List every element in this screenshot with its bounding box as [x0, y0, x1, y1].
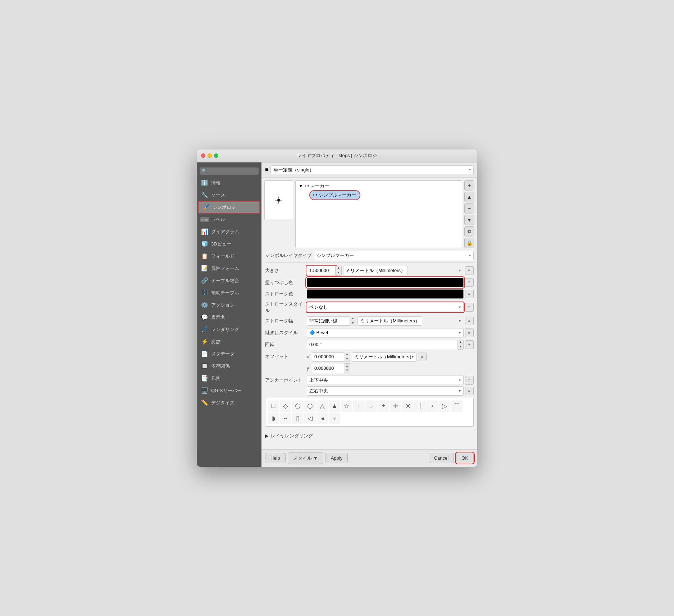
- sidebar-item-actions[interactable]: ⚙️ アクション: [197, 299, 261, 311]
- rotation-down-button[interactable]: ▼: [458, 345, 464, 349]
- sidebar-item-legend[interactable]: 📑 凡例: [197, 372, 261, 385]
- shape-filled-arc[interactable]: ◗: [268, 413, 279, 424]
- shape-arrow-up[interactable]: ↑: [353, 400, 365, 412]
- size-expr-button[interactable]: ≡: [465, 266, 474, 275]
- sidebar-item-source[interactable]: 🔧 ソース: [197, 189, 261, 201]
- sidebar-item-qgisserver[interactable]: 🖥️ QGISサーバー: [197, 385, 261, 397]
- anchor-v-select[interactable]: 上下中央: [307, 376, 464, 385]
- sidebar-item-digitize[interactable]: ✏️ デジタイズ: [197, 397, 261, 409]
- fill-color-swatch[interactable]: [307, 278, 464, 287]
- shape-hexagon[interactable]: ⬡: [304, 400, 316, 412]
- search-input[interactable]: [208, 169, 256, 174]
- shape-pentagon[interactable]: ⬠: [292, 400, 304, 412]
- fill-expr-button[interactable]: ≡: [465, 278, 474, 287]
- sidebar-item-metadata[interactable]: 📄 メタデータ: [197, 348, 261, 360]
- shape-triangle-filled[interactable]: ▲: [329, 400, 340, 412]
- tree-lock-button[interactable]: 🔒: [464, 238, 474, 248]
- layer-type-select[interactable]: シンプルマーカー: [314, 251, 474, 260]
- size-up-button[interactable]: ▲: [336, 266, 341, 271]
- sidebar-item-rendering[interactable]: 🖊️ レンダリング: [197, 323, 261, 336]
- sidebar-item-auxtable[interactable]: 🗄️ 補助テーブル: [197, 287, 261, 299]
- stroke-width-up-button[interactable]: ▲: [350, 316, 356, 321]
- minimize-button[interactable]: [208, 153, 212, 158]
- anchor-v-expr-button[interactable]: ≡: [465, 376, 474, 385]
- anchor-h-expr-button[interactable]: ≡: [465, 387, 474, 395]
- size-input[interactable]: [307, 266, 336, 275]
- sidebar-item-diagram[interactable]: 📊 ダイアグラム: [197, 226, 261, 238]
- stroke-color-expr-button[interactable]: ≡: [465, 290, 474, 298]
- stroke-width-spin-wrap: ▲ ▼: [307, 316, 356, 326]
- tree-up-button[interactable]: ▲: [464, 192, 474, 202]
- shape-rect-v[interactable]: ▯: [292, 413, 304, 424]
- help-button[interactable]: Help: [265, 453, 286, 463]
- symbol-type-select[interactable]: 単一定義（single）: [270, 165, 474, 174]
- shape-arrow-r[interactable]: ›: [427, 400, 438, 412]
- sidebar-item-info[interactable]: ℹ️ 情報: [197, 177, 261, 189]
- stroke-width-input[interactable]: [307, 316, 350, 326]
- offset-y-up-button[interactable]: ▲: [344, 364, 350, 368]
- ok-button[interactable]: OK: [456, 453, 474, 463]
- tree-marker-item[interactable]: ▼ • • マーカー: [297, 182, 460, 190]
- shape-tri-right2[interactable]: ◂: [316, 413, 328, 424]
- stroke-color-swatch[interactable]: [307, 289, 464, 299]
- shape-notch[interactable]: ⌣: [280, 413, 291, 424]
- offset-x-up-button[interactable]: ▲: [344, 352, 350, 357]
- shape-circle[interactable]: ○: [365, 400, 377, 412]
- rotation-expr-button[interactable]: ≡: [465, 340, 474, 349]
- shape-triangle[interactable]: △: [316, 400, 328, 412]
- shape-cross[interactable]: +: [378, 400, 389, 412]
- shape-diamond[interactable]: ◇: [280, 400, 291, 412]
- size-down-button[interactable]: ▼: [336, 271, 341, 275]
- search-wrap[interactable]: 🔍: [200, 167, 259, 175]
- apply-button[interactable]: Apply: [325, 453, 348, 463]
- join-style-select[interactable]: 🔷 Bevel: [307, 328, 464, 337]
- shape-tri-right[interactable]: ◁: [304, 413, 316, 424]
- rendering-header[interactable]: ▶ レイヤレンダリング: [265, 431, 474, 441]
- sidebar-item-joins[interactable]: 🔗 テーブル結合: [197, 275, 261, 287]
- size-unit-select[interactable]: ミリメートル（Millimeters）: [343, 266, 408, 275]
- tree-down-button[interactable]: ▼: [464, 215, 474, 225]
- offset-y-input[interactable]: [312, 364, 344, 373]
- style-button[interactable]: スタイル ▼: [288, 452, 323, 464]
- close-button[interactable]: [201, 153, 205, 158]
- offset-y-row: y ▲ ▼: [307, 363, 350, 373]
- shape-star[interactable]: ☆: [341, 400, 352, 412]
- offset-unit-select[interactable]: ミリメートル（Millimeters）: [352, 352, 416, 362]
- sidebar-label-3dview: 3Dビュー: [211, 241, 231, 247]
- stroke-width-down-button[interactable]: ▼: [350, 321, 356, 326]
- shape-tri-right3[interactable]: ◃: [329, 413, 340, 424]
- shape-crosshair[interactable]: ✛: [390, 400, 401, 412]
- join-style-expr-button[interactable]: ≡: [465, 328, 474, 337]
- offset-x-down-button[interactable]: ▼: [344, 357, 350, 362]
- stroke-style-select[interactable]: ペンなし: [307, 303, 464, 312]
- sidebar-item-fields[interactable]: 📋 フィールド: [197, 250, 261, 262]
- stroke-width-expr-button[interactable]: ≡: [465, 317, 474, 325]
- offset-expr-button[interactable]: ≡: [418, 353, 427, 361]
- shape-line-v[interactable]: |: [414, 400, 426, 412]
- tree-add-button[interactable]: +: [464, 180, 474, 190]
- rendering-expand-icon: ▶: [265, 433, 269, 438]
- tree-copy-button[interactable]: ⧉: [464, 226, 474, 236]
- shape-x[interactable]: ✕: [402, 400, 414, 412]
- sidebar-item-symbology[interactable]: 🖌️ シンボロジ: [198, 201, 260, 213]
- sidebar-item-dependencies[interactable]: 🔲 依存関係: [197, 360, 261, 372]
- offset-x-input[interactable]: [312, 352, 344, 362]
- rotation-input[interactable]: [307, 340, 458, 349]
- tree-remove-button[interactable]: −: [464, 203, 474, 213]
- sidebar-item-attrform[interactable]: 📝 属性フォーム: [197, 262, 261, 275]
- stroke-width-unit-select[interactable]: ミリメートル（Millimeters）: [358, 316, 422, 326]
- rotation-up-button[interactable]: ▲: [458, 340, 464, 345]
- cancel-button[interactable]: Cancel: [429, 453, 454, 463]
- sidebar-item-labels[interactable]: abc ラベル: [197, 213, 261, 226]
- sidebar-item-display[interactable]: 💬 表示名: [197, 311, 261, 323]
- anchor-h-select[interactable]: 左右中央: [307, 386, 464, 396]
- shape-arc[interactable]: ⌒: [451, 400, 463, 412]
- offset-y-down-button[interactable]: ▼: [344, 368, 350, 373]
- stroke-style-expr-button[interactable]: ≡: [465, 303, 474, 312]
- shape-arrow-r2[interactable]: ▷: [439, 400, 450, 412]
- maximize-button[interactable]: [214, 153, 218, 158]
- tree-simple-marker-item[interactable]: • • シンプルマーカー: [310, 191, 360, 199]
- sidebar-item-3dview[interactable]: 🧊 3Dビュー: [197, 238, 261, 250]
- sidebar-item-variables[interactable]: ⚡ 変数: [197, 336, 261, 348]
- shape-square[interactable]: □: [268, 400, 279, 412]
